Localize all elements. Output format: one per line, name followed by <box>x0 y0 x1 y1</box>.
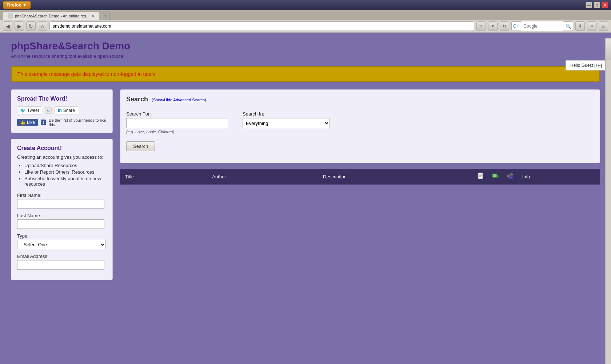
spread-the-word-panel: Spread The Word! 🐦 Tweet 0 in Share <box>11 89 113 133</box>
search-in-label: Search In: <box>243 111 330 117</box>
hello-guest-button[interactable]: Hello Guest [+/-] <box>566 60 607 70</box>
google-search-icon: G+ <box>513 24 519 29</box>
like-label: Like <box>27 120 35 125</box>
linkedin-share-button[interactable]: in Share <box>55 106 78 114</box>
col-title: Title <box>120 169 207 185</box>
advanced-search-link[interactable]: (Show/Hide Advanced Search) <box>152 98 206 102</box>
search-lens-icon[interactable]: 🔍 <box>566 24 571 29</box>
svg-rect-2 <box>479 175 482 176</box>
world-icon <box>492 173 499 180</box>
col-icon-3 <box>503 169 517 185</box>
nav-extra-icon[interactable]: ≡ <box>587 21 596 31</box>
svg-rect-1 <box>479 174 482 175</box>
benefit-2: Like or Report Others' Resources <box>24 169 107 175</box>
twitter-icon: 🐦 <box>20 108 26 113</box>
col-description: Description <box>318 169 474 185</box>
svg-rect-5 <box>493 174 496 177</box>
last-name-input[interactable] <box>17 219 104 229</box>
results-container: Title Author Description <box>120 169 600 185</box>
svg-rect-3 <box>479 176 481 177</box>
search-for-input[interactable] <box>126 118 228 128</box>
create-account-panel: Create Account! Creating an account give… <box>11 139 113 280</box>
bookmark-icon[interactable]: ☆ <box>476 21 486 31</box>
search-hint: (e.g. Love, Logic, Children) <box>126 130 228 134</box>
refresh-button[interactable]: ↻ <box>26 21 36 31</box>
first-name-input[interactable] <box>17 199 104 209</box>
nav-home-icon[interactable]: ⌂ <box>599 21 608 31</box>
notice-banner: This example message gets displayed to n… <box>11 66 600 82</box>
share-icon <box>506 173 514 180</box>
search-panel-title: Search <box>126 96 148 103</box>
create-account-desc: Creating an account gives you access to: <box>17 154 107 160</box>
firefox-label: Firefox <box>7 3 21 8</box>
active-tab[interactable]: phpShare&Search Demo - An online res... … <box>3 12 99 20</box>
spread-title: Spread The Word! <box>17 96 107 102</box>
first-name-label: First Name: <box>17 193 107 198</box>
share-label: Share <box>63 108 75 113</box>
benefit-3: Subscribe to weekly updates on new resou… <box>24 176 107 187</box>
email-input[interactable] <box>17 260 104 270</box>
tweet-label: Tweet <box>27 108 39 113</box>
bookmark-arrow-icon[interactable]: ▾ <box>488 21 498 31</box>
forward-button[interactable]: ▶ <box>15 21 24 31</box>
scrollbar-track[interactable] <box>605 38 611 360</box>
search-button[interactable]: Search <box>126 141 155 151</box>
facebook-icon: f <box>41 120 46 125</box>
back-button[interactable]: ◀ <box>3 21 12 31</box>
linkedin-icon: in <box>58 108 62 113</box>
type-label: Type: <box>17 233 107 239</box>
firefox-menu-button[interactable]: Firefox ▼ <box>3 1 31 9</box>
results-table: Title Author Description <box>120 169 600 185</box>
facebook-like-button[interactable]: 👍 Like <box>17 119 38 126</box>
search-for-label: Search For: <box>126 111 228 117</box>
new-tab-button[interactable]: + <box>101 12 110 20</box>
tab-title: phpShare&Search Demo - An online res... <box>15 14 89 18</box>
benefits-list: Upload/Share Resources Like or Report Ot… <box>17 163 107 187</box>
col-icon-2 <box>488 169 503 185</box>
address-bar[interactable] <box>49 21 474 31</box>
close-button[interactable]: ✕ <box>602 2 608 8</box>
tab-close-icon[interactable]: ✕ <box>92 14 95 18</box>
scrollbar-thumb[interactable] <box>606 39 611 60</box>
browser-search-input[interactable] <box>520 21 564 31</box>
type-select[interactable]: --Select One-- <box>17 240 106 249</box>
benefit-1: Upload/Share Resources <box>24 163 107 168</box>
col-info: Info <box>517 169 600 185</box>
home-button[interactable]: ⌂ <box>38 21 47 31</box>
search-in-select[interactable]: Everything Title Author Description <box>243 118 330 128</box>
search-panel: Search (Show/Hide Advanced Search) Searc… <box>120 89 600 163</box>
col-icon-1 <box>474 169 488 185</box>
email-label: Email Address: <box>17 254 107 259</box>
thumbs-up-icon: 👍 <box>20 120 25 125</box>
minimize-button[interactable]: — <box>586 2 592 8</box>
create-account-title: Create Account! <box>17 145 107 151</box>
downloads-icon[interactable]: ⬇ <box>575 21 585 31</box>
tweet-button[interactable]: 🐦 Tweet <box>17 106 42 114</box>
tab-favicon <box>8 13 13 19</box>
reload-icon[interactable]: ↻ <box>500 21 509 31</box>
col-author: Author <box>207 169 318 185</box>
like-text: Be the first of your friends to like thi… <box>49 118 107 127</box>
site-subtitle: An online resource sharing tool availabl… <box>11 53 600 59</box>
svg-rect-0 <box>478 173 483 179</box>
tweet-count: 0 <box>45 107 52 114</box>
maximize-button[interactable]: □ <box>594 2 600 8</box>
site-title: phpShare&Search Demo <box>11 40 600 52</box>
page-icon <box>477 173 484 180</box>
svg-rect-7 <box>497 176 499 177</box>
dropdown-arrow: ▼ <box>23 3 27 8</box>
last-name-label: Last Name: <box>17 213 107 218</box>
